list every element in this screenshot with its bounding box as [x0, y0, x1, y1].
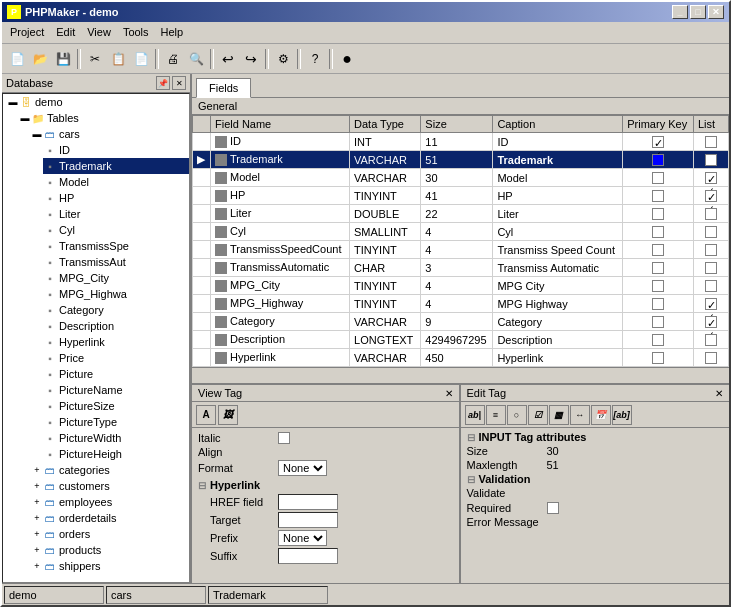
table-row[interactable]: HPTINYINT41HP✓	[193, 187, 729, 205]
tree-item-transmissauto[interactable]: ▪TransmissAut	[43, 254, 189, 270]
minimize-button[interactable]: _	[672, 5, 688, 19]
menu-project[interactable]: Project	[4, 24, 50, 43]
table-row[interactable]: ▶TrademarkVARCHAR51Trademark✓	[193, 151, 729, 169]
field-pk-cell[interactable]: ✓	[623, 133, 694, 151]
list-checkbox[interactable]: ✓	[705, 190, 717, 202]
table-row[interactable]: DescriptionLONGTEXT4294967295Description	[193, 331, 729, 349]
tree-item-category[interactable]: ▪Category	[43, 302, 189, 318]
maximize-button[interactable]: □	[690, 5, 706, 19]
tree-item-price[interactable]: ▪Price	[43, 350, 189, 366]
save-button[interactable]: 💾	[52, 48, 74, 70]
field-pk-cell[interactable]	[623, 295, 694, 313]
tree-item-tables[interactable]: ▬ 📁 Tables	[3, 110, 189, 126]
tree-item-model[interactable]: ▪Model	[43, 174, 189, 190]
field-pk-cell[interactable]	[623, 187, 694, 205]
tree-item-picturewidth[interactable]: ▪PictureWidth	[43, 430, 189, 446]
field-pk-cell[interactable]	[623, 151, 694, 169]
close-button[interactable]: ✕	[708, 5, 724, 19]
field-list-cell[interactable]	[694, 205, 729, 223]
tree-item-picturesize[interactable]: ▪PictureSize	[43, 398, 189, 414]
field-pk-cell[interactable]	[623, 259, 694, 277]
panel-pin-button[interactable]: 📌	[156, 76, 170, 90]
list-checkbox[interactable]: ✓	[705, 154, 717, 166]
field-list-cell[interactable]	[694, 133, 729, 151]
et-btn-1[interactable]: ≡	[486, 405, 506, 425]
preview-button[interactable]: 🔍	[185, 48, 207, 70]
help-button[interactable]: ?	[304, 48, 326, 70]
tree-item-products[interactable]: + 🗃 products	[3, 542, 189, 558]
tree-item-picture[interactable]: ▪Picture	[43, 366, 189, 382]
settings-button[interactable]: ⚙	[272, 48, 294, 70]
pk-checkbox[interactable]	[652, 208, 664, 220]
tree-expand-products[interactable]: +	[31, 545, 43, 555]
vt-select-prefix[interactable]: None	[278, 530, 327, 546]
menu-tools[interactable]: Tools	[117, 24, 155, 43]
et-cb-required[interactable]	[547, 502, 559, 514]
table-row[interactable]: CategoryVARCHAR9Category✓	[193, 313, 729, 331]
pk-checkbox[interactable]	[652, 190, 664, 202]
vt-input-href[interactable]	[278, 494, 338, 510]
vt-input-suffix[interactable]	[278, 548, 338, 564]
list-checkbox[interactable]: ✓	[705, 172, 717, 184]
tree-item-orders[interactable]: + 🗃 orders	[3, 526, 189, 542]
field-list-cell[interactable]: ✓	[694, 295, 729, 313]
vt-select-format[interactable]: None	[278, 460, 327, 476]
tree-expand-employees[interactable]: +	[31, 497, 43, 507]
pk-checkbox[interactable]	[652, 352, 664, 364]
et-btn-6[interactable]: 📅	[591, 405, 611, 425]
tree-expand-orderdetails[interactable]: +	[31, 513, 43, 523]
field-name-cell[interactable]: Category	[211, 313, 350, 331]
table-row[interactable]: IDINT11ID✓	[193, 133, 729, 151]
info-button[interactable]: ●	[336, 48, 358, 70]
tree-item-pictureheight[interactable]: ▪PictureHeigh	[43, 446, 189, 462]
list-checkbox[interactable]	[705, 280, 717, 292]
field-pk-cell[interactable]	[623, 241, 694, 259]
list-checkbox[interactable]: ✓	[705, 298, 717, 310]
copy-button[interactable]: 📋	[107, 48, 129, 70]
tree-item-picturename[interactable]: ▪PictureName	[43, 382, 189, 398]
field-pk-cell[interactable]	[623, 349, 694, 367]
list-checkbox[interactable]	[705, 226, 717, 238]
field-pk-cell[interactable]	[623, 169, 694, 187]
database-tree[interactable]: ▬ 🗄 demo ▬ 📁 Tables ▬ 🗃 cars	[2, 93, 190, 583]
field-name-cell[interactable]: Hyperlink	[211, 349, 350, 367]
list-checkbox[interactable]	[705, 352, 717, 364]
tree-item-id[interactable]: ▪ID	[43, 142, 189, 158]
menu-view[interactable]: View	[81, 24, 117, 43]
table-row[interactable]: MPG_CityTINYINT4MPG City	[193, 277, 729, 295]
field-list-cell[interactable]	[694, 241, 729, 259]
et-btn-3[interactable]: ☑	[528, 405, 548, 425]
vt-cb-italic[interactable]	[278, 432, 290, 444]
field-list-cell[interactable]	[694, 277, 729, 295]
tree-item-mpghighway[interactable]: ▪MPG_Highwa	[43, 286, 189, 302]
cut-button[interactable]: ✂	[84, 48, 106, 70]
pk-checkbox[interactable]	[652, 334, 664, 346]
horizontal-scrollbar[interactable]	[192, 367, 729, 383]
field-list-cell[interactable]	[694, 259, 729, 277]
field-name-cell[interactable]: Model	[211, 169, 350, 187]
field-list-cell[interactable]: ✓	[694, 313, 729, 331]
pk-checkbox[interactable]: ✓	[652, 136, 664, 148]
field-name-cell[interactable]: HP	[211, 187, 350, 205]
list-checkbox[interactable]: ✓	[705, 316, 717, 328]
print-button[interactable]: 🖨	[162, 48, 184, 70]
new-button[interactable]: 📄	[6, 48, 28, 70]
tree-expand-tables[interactable]: ▬	[19, 113, 31, 123]
field-list-cell[interactable]: ✓	[694, 169, 729, 187]
tree-item-cyl[interactable]: ▪Cyl	[43, 222, 189, 238]
pk-checkbox[interactable]	[652, 172, 664, 184]
et-btn-4[interactable]: ▦	[549, 405, 569, 425]
table-row[interactable]: TransmissAutomaticCHAR3Transmiss Automat…	[193, 259, 729, 277]
field-list-cell[interactable]	[694, 331, 729, 349]
tree-item-customers[interactable]: + 🗃 customers	[3, 478, 189, 494]
field-list-cell[interactable]	[694, 223, 729, 241]
field-list-cell[interactable]	[694, 349, 729, 367]
field-list-cell[interactable]: ✓	[694, 151, 729, 169]
pk-checkbox-selected[interactable]	[652, 154, 664, 166]
field-pk-cell[interactable]	[623, 223, 694, 241]
field-pk-cell[interactable]	[623, 205, 694, 223]
et-btn-ab[interactable]: ab|	[465, 405, 485, 425]
tree-item-hp[interactable]: ▪HP	[43, 190, 189, 206]
table-row[interactable]: LiterDOUBLE22Liter	[193, 205, 729, 223]
table-row[interactable]: CylSMALLINT4Cyl	[193, 223, 729, 241]
